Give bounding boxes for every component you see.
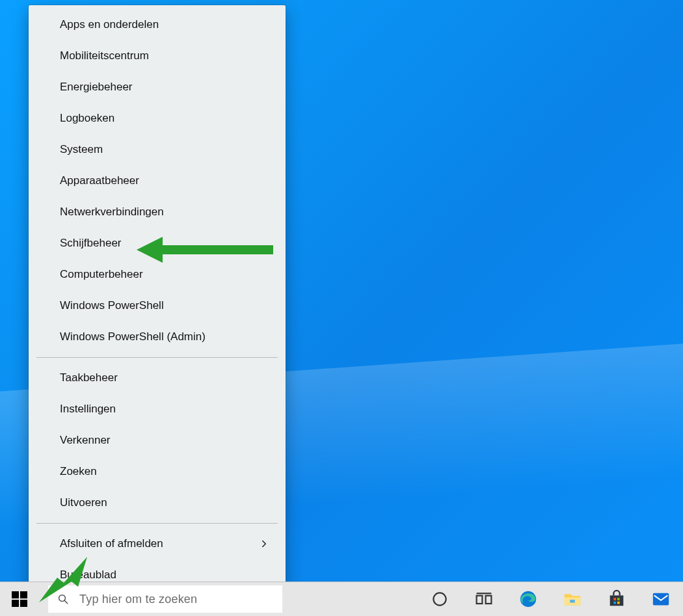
svg-rect-6 bbox=[486, 596, 492, 604]
menu-settings[interactable]: Instellingen bbox=[29, 394, 286, 425]
menu-item-label: Apparaatbeheer bbox=[60, 173, 139, 189]
menu-item-label: Bureaublad bbox=[60, 567, 116, 583]
menu-item-label: Taakbeheer bbox=[60, 370, 118, 386]
menu-item-label: Uitvoeren bbox=[60, 495, 107, 511]
menu-apps-and-features[interactable]: Apps en onderdelen bbox=[29, 9, 286, 40]
taskbar-search-box[interactable]: Typ hier om te zoeken bbox=[48, 585, 282, 613]
svg-rect-11 bbox=[610, 595, 624, 606]
taskbar: Typ hier om te zoeken bbox=[0, 582, 683, 616]
taskbar-icons bbox=[429, 582, 683, 617]
svg-line-3 bbox=[64, 600, 68, 604]
svg-rect-14 bbox=[613, 602, 616, 604]
menu-item-label: Windows PowerShell bbox=[60, 298, 164, 314]
menu-separator bbox=[36, 523, 278, 524]
menu-event-viewer[interactable]: Logboeken bbox=[29, 103, 286, 134]
windows-logo-icon bbox=[12, 591, 27, 607]
menu-run[interactable]: Uitvoeren bbox=[29, 487, 286, 518]
search-placeholder: Typ hier om te zoeken bbox=[79, 593, 197, 606]
menu-mobility-center[interactable]: Mobiliteitscentrum bbox=[29, 40, 286, 72]
menu-item-label: Schijfbeheer bbox=[60, 235, 122, 251]
menu-item-label: Computerbeheer bbox=[60, 267, 143, 282]
mail-icon[interactable] bbox=[650, 589, 671, 609]
menu-item-label: Verkenner bbox=[60, 433, 111, 448]
microsoft-store-icon[interactable] bbox=[606, 589, 627, 609]
menu-disk-management[interactable]: Schijfbeheer bbox=[29, 228, 286, 259]
menu-file-explorer[interactable]: Verkenner bbox=[29, 425, 286, 456]
menu-powershell[interactable]: Windows PowerShell bbox=[29, 290, 286, 321]
menu-system[interactable]: Systeem bbox=[29, 134, 286, 165]
svg-rect-13 bbox=[617, 598, 620, 600]
chevron-right-icon bbox=[258, 538, 270, 550]
menu-search[interactable]: Zoeken bbox=[29, 456, 286, 487]
menu-item-label: Energiebeheer bbox=[60, 79, 133, 95]
menu-item-label: Mobiliteitscentrum bbox=[60, 48, 149, 64]
menu-shutdown-signout[interactable]: Afsluiten of afmelden bbox=[29, 528, 286, 559]
search-icon bbox=[57, 593, 69, 605]
menu-powershell-admin[interactable]: Windows PowerShell (Admin) bbox=[29, 321, 286, 353]
menu-item-label: Zoeken bbox=[60, 464, 97, 479]
start-button[interactable] bbox=[0, 582, 39, 617]
menu-item-label: Instellingen bbox=[60, 401, 116, 417]
cortana-icon[interactable] bbox=[429, 589, 450, 609]
menu-network-connections[interactable]: Netwerkverbindingen bbox=[29, 196, 286, 228]
file-explorer-icon[interactable] bbox=[562, 589, 583, 609]
menu-task-manager[interactable]: Taakbeheer bbox=[29, 362, 286, 394]
menu-item-label: Windows PowerShell (Admin) bbox=[60, 329, 206, 345]
menu-item-label: Apps en onderdelen bbox=[60, 17, 159, 33]
svg-rect-16 bbox=[653, 593, 669, 606]
svg-rect-10 bbox=[570, 600, 575, 603]
menu-item-label: Systeem bbox=[60, 142, 103, 157]
start-context-menu: Apps en onderdelen Mobiliteitscentrum En… bbox=[29, 5, 286, 591]
menu-power-options[interactable]: Energiebeheer bbox=[29, 72, 286, 103]
svg-rect-12 bbox=[613, 598, 616, 600]
svg-rect-15 bbox=[617, 602, 620, 604]
menu-computer-management[interactable]: Computerbeheer bbox=[29, 259, 286, 290]
menu-item-label: Afsluiten of afmelden bbox=[60, 536, 163, 552]
task-view-icon[interactable] bbox=[474, 589, 494, 609]
menu-separator bbox=[36, 357, 278, 358]
menu-item-label: Netwerkverbindingen bbox=[60, 204, 164, 220]
menu-item-label: Logboeken bbox=[60, 111, 114, 126]
edge-browser-icon[interactable] bbox=[518, 589, 539, 609]
svg-point-4 bbox=[433, 593, 446, 605]
svg-rect-5 bbox=[477, 596, 483, 604]
menu-device-manager[interactable]: Apparaatbeheer bbox=[29, 165, 286, 196]
